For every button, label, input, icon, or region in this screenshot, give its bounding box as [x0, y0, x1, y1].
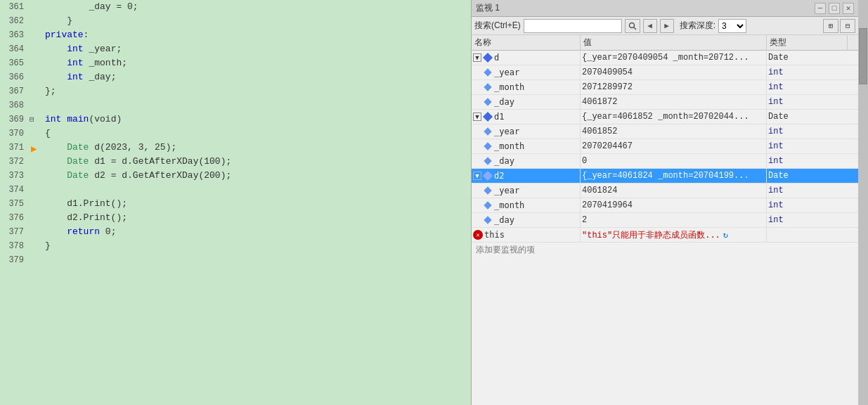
watch-name-d2-year: _year [494, 186, 519, 195]
expander-369[interactable]: ⊟ [30, 115, 34, 124]
add-watch-label[interactable]: 添加要监视的项 [476, 244, 535, 256]
code-line-371: 371 ▶ Date d(2023, 3, 25); [0, 141, 471, 155]
line-content-361: _day = 0; [42, 0, 471, 14]
watch-name-d-month: _month [494, 82, 524, 92]
gutter-367 [30, 84, 42, 98]
depth-label: 搜索深度: [680, 20, 715, 32]
nav-forward-btn[interactable]: ▶ [660, 19, 674, 33]
settings-icon-btn[interactable]: ⊟ [840, 19, 855, 33]
watch-row-d2-day[interactable]: _day 2 int [472, 213, 858, 228]
depth-select[interactable]: 3 1 2 4 5 [718, 19, 746, 33]
search-label: 搜索(Ctrl+E) [474, 20, 521, 32]
watch-cell-d1-day-type: int [767, 154, 848, 168]
line-content-370: { [42, 127, 471, 141]
code-line-376: 376 d2.Print(); [0, 211, 471, 225]
watch-table-header: 名称 值 类型 [472, 35, 858, 51]
code-line-369: 369 ⊟ int main(void) [0, 112, 471, 127]
line-content-366: int _day; [42, 70, 471, 84]
expand-icon-d2[interactable]: ▼ [473, 172, 481, 180]
line-content-364: int _year; [42, 42, 471, 56]
refresh-icon-this[interactable]: ↻ [723, 230, 728, 240]
watch-cell-d1-month-name: _month [472, 139, 581, 153]
add-watch-row[interactable]: 添加要监视的项 [472, 243, 858, 257]
close-icon[interactable]: ✕ [843, 3, 854, 14]
code-line-377: 377 return 0; [0, 225, 471, 239]
watch-row-d2[interactable]: ▼ d2 {_year=4061824 _month=20704199... D… [472, 169, 858, 184]
code-line-363: 363 private: [0, 28, 471, 42]
watch-name-d1: d1 [494, 112, 504, 122]
code-line-366: 366 int _day; [0, 70, 471, 84]
watch-row-d1-year[interactable]: _year 4061852 int [472, 124, 858, 139]
gutter-374 [30, 183, 42, 197]
watch-row-d[interactable]: ▼ d {_year=2070409054 _month=20712... Da… [472, 51, 858, 65]
line-num-379: 379 [0, 253, 30, 267]
col-header-name: 名称 [472, 35, 581, 50]
code-line-374: 374 [0, 183, 471, 197]
small-diamond-icon-d2-year [483, 186, 493, 195]
gutter-370 [30, 127, 42, 141]
line-num-363: 363 [0, 28, 30, 42]
watch-toolbar: 搜索(Ctrl+E) ◀ ▶ 搜索深度: 3 1 2 4 5 ⊞ ⊟ [472, 17, 858, 35]
line-content-376: d2.Print(); [42, 211, 471, 225]
watch-cell-d2-month-type: int [767, 198, 848, 212]
search-input[interactable] [524, 19, 622, 33]
gutter-365 [30, 56, 42, 70]
watch-name-d-day: _day [494, 97, 514, 107]
small-diamond-icon-d-month [483, 82, 493, 92]
watch-cell-d-day-value: 4061872 [581, 95, 767, 109]
search-icon [628, 22, 637, 30]
watch-row-d1-month[interactable]: _month 2070204467 int [472, 139, 858, 154]
watch-cell-d-type: Date [767, 51, 848, 65]
code-line-362: 362 } [0, 14, 471, 28]
search-icon-btn[interactable] [625, 19, 640, 33]
code-line-365: 365 int _month; [0, 56, 471, 70]
gutter-362 [30, 14, 42, 28]
watch-row-d1[interactable]: ▼ d1 {_year=4061852 _month=20702044... D… [472, 110, 858, 124]
gutter-368 [30, 98, 42, 112]
watch-row-d2-year[interactable]: _year 4061824 int [472, 184, 858, 198]
nav-back-btn[interactable]: ◀ [643, 19, 657, 33]
toolbar-right-icons: ⊞ ⊟ [823, 19, 855, 33]
code-line-361: 361 _day = 0; [0, 0, 471, 14]
watch-cell-d2-year-type: int [767, 184, 848, 198]
small-diamond-icon-d-day [483, 97, 493, 107]
watch-row-d-day[interactable]: _day 4061872 int [472, 95, 858, 110]
minimize-icon[interactable]: ─ [815, 3, 826, 14]
gutter-378 [30, 239, 42, 253]
float-icon[interactable]: □ [829, 3, 840, 14]
code-line-367: 367 }; [0, 84, 471, 98]
line-num-371: 371 [0, 141, 30, 155]
diamond-icon-d1 [483, 112, 493, 122]
line-content-375: d1.Print(); [42, 197, 471, 211]
small-diamond-icon-d1-year [483, 127, 493, 136]
columns-icon-btn[interactable]: ⊞ [823, 19, 838, 33]
watch-cell-d-year-value: 2070409054 [581, 65, 767, 79]
watch-cell-d-name: ▼ d [472, 51, 581, 65]
expand-icon-d1[interactable]: ▼ [473, 112, 481, 121]
watch-cell-d-year-name: _year [472, 65, 581, 79]
line-num-376: 376 [0, 211, 30, 225]
watch-titlebar: 监视 1 ─ □ ✕ [472, 0, 858, 17]
watch-title: 监视 1 [476, 2, 815, 14]
scrollbar-thumb[interactable] [859, 28, 867, 84]
line-content-373: Date d2 = d.GetAfterXDay(200); [42, 169, 471, 183]
gutter-377 [30, 225, 42, 239]
gutter-369: ⊟ [30, 112, 42, 127]
line-num-366: 366 [0, 70, 30, 84]
watch-row-d1-day[interactable]: _day 0 int [472, 154, 858, 169]
small-diamond-icon-d2-day [483, 215, 493, 225]
watch-row-d-year[interactable]: _year 2070409054 int [472, 65, 858, 80]
arrow-371: ▶ [31, 142, 37, 156]
watch-cell-d1-month-type: int [767, 139, 848, 153]
watch-row-d2-month[interactable]: _month 2070419964 int [472, 198, 858, 213]
line-content-367: }; [42, 84, 471, 98]
watch-cell-d1-year-type: int [767, 124, 848, 139]
line-content-379 [42, 253, 471, 267]
expand-icon-d[interactable]: ▼ [473, 53, 481, 62]
watch-cell-d-year-type: int [767, 65, 848, 79]
watch-name-d-year: _year [494, 68, 519, 77]
gutter-372 [30, 155, 42, 169]
code-line-372: 372 Date d1 = d.GetAfterXDay(100); [0, 155, 471, 169]
watch-row-this[interactable]: ✕ this "this"只能用于非静态成员函数...↻ [472, 228, 858, 243]
watch-row-d-month[interactable]: _month 2071289972 int [472, 80, 858, 95]
